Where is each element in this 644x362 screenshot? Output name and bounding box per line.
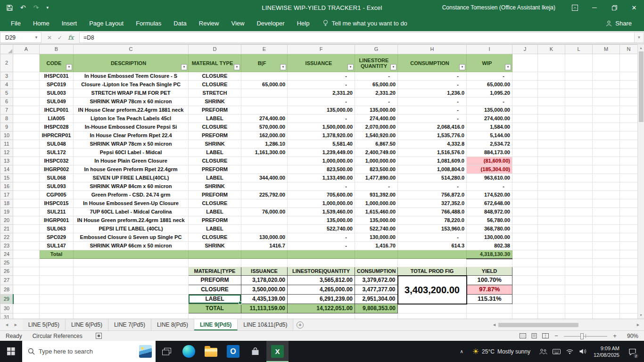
cell-N8[interactable]: [620, 115, 638, 123]
cell-J27[interactable]: [512, 276, 538, 285]
cell-D23[interactable]: SHRINK: [189, 242, 241, 250]
cell-F18[interactable]: 1,000,000.00: [288, 199, 355, 208]
cell-B16[interactable]: SUL093: [40, 182, 74, 191]
cell-B21[interactable]: SUL063: [40, 225, 74, 233]
cell-I19[interactable]: 848,972.00: [467, 208, 512, 216]
close-button[interactable]: ✕: [624, 0, 644, 15]
cell-D9[interactable]: CLOSURE: [189, 123, 241, 132]
cell-N28[interactable]: [620, 285, 638, 295]
horizontal-scrollbar-thumb[interactable]: [498, 323, 578, 327]
cell-J10[interactable]: [512, 132, 538, 140]
cell-I28[interactable]: 97.87%: [467, 285, 512, 295]
cell-A26[interactable]: [13, 267, 40, 276]
cell-G19[interactable]: 1,615,460.00: [355, 208, 398, 216]
cell-N30[interactable]: [620, 304, 638, 313]
cell-I12[interactable]: 884,173.00: [467, 148, 512, 157]
row-header-16[interactable]: 16: [0, 182, 13, 191]
cell-M23[interactable]: [593, 242, 620, 250]
ribbon-tab-help[interactable]: Help: [291, 15, 316, 31]
cell-F28[interactable]: 4,265,000.00: [288, 285, 355, 295]
cell-E19[interactable]: 76,000.00: [241, 208, 288, 216]
cell-D14[interactable]: PREFORM: [189, 165, 241, 174]
sheet-tab-line-7-pd5[interactable]: LINE 7(Pd5): [108, 319, 151, 330]
cell-M14[interactable]: [593, 165, 620, 174]
row-header-14[interactable]: 14: [0, 165, 13, 174]
cell-H4[interactable]: -: [398, 81, 467, 89]
scroll-up-icon[interactable]: ▲: [638, 44, 644, 51]
cell-D10[interactable]: PREFORM: [189, 132, 241, 140]
cell-I15[interactable]: 963,610.00: [467, 174, 512, 182]
cell-J3[interactable]: [512, 72, 538, 81]
cell-H16[interactable]: -: [398, 182, 467, 191]
column-header-H[interactable]: H: [398, 45, 467, 54]
cell-G25[interactable]: [355, 259, 398, 267]
cell-A6[interactable]: [13, 98, 40, 106]
cell-K7[interactable]: [538, 106, 565, 115]
cell-G18[interactable]: 1,000,000.00: [355, 199, 398, 208]
cell-F22[interactable]: -: [288, 233, 355, 242]
cell-J28[interactable]: [512, 285, 538, 295]
cell-I13[interactable]: (81,609.00): [467, 157, 512, 165]
cell-J8[interactable]: [512, 115, 538, 123]
cell-B11[interactable]: SUL048: [40, 140, 74, 148]
cell-D17[interactable]: PREFORM: [189, 191, 241, 199]
cell-I30[interactable]: [467, 304, 512, 313]
cell-K20[interactable]: [538, 216, 565, 225]
ribbon-tab-review[interactable]: Review: [193, 15, 225, 31]
row-header-11[interactable]: 11: [0, 140, 13, 148]
cell-J6[interactable]: [512, 98, 538, 106]
cell-B27[interactable]: [40, 276, 74, 285]
cell-K27[interactable]: [538, 276, 565, 285]
customize-qat-icon[interactable]: ▾: [46, 6, 49, 10]
cell-K30[interactable]: [538, 304, 565, 313]
cell-H23[interactable]: 614.3: [398, 242, 467, 250]
status-circular-references[interactable]: Circular References: [33, 333, 83, 339]
cell-G12[interactable]: 2,400,749.00: [355, 148, 398, 157]
cell-M28[interactable]: [593, 285, 620, 295]
cell-K26[interactable]: [538, 267, 565, 276]
cell-A16[interactable]: [13, 182, 40, 191]
cell-A22[interactable]: [13, 233, 40, 242]
search-highlights-icon[interactable]: [139, 345, 152, 358]
cell-D8[interactable]: LABEL: [189, 115, 241, 123]
row-header-18[interactable]: 18: [0, 199, 13, 208]
ribbon-tab-insert[interactable]: Insert: [56, 15, 83, 31]
cell-F6[interactable]: -: [288, 98, 355, 106]
row-header-12[interactable]: 12: [0, 148, 13, 157]
cell-G22[interactable]: 130,000.00: [355, 233, 398, 242]
sheet-tab-line-10-11-pd5[interactable]: LINE 10&11(Pd5): [238, 319, 293, 330]
horizontal-scrollbar[interactable]: ◄ ►: [488, 319, 644, 330]
ribbon-tab-formulas[interactable]: Formulas: [130, 15, 167, 31]
cell-N6[interactable]: [620, 98, 638, 106]
cell-L20[interactable]: [565, 216, 593, 225]
cell-N7[interactable]: [620, 106, 638, 115]
cell-J24[interactable]: [512, 250, 538, 259]
cell-N14[interactable]: [620, 165, 638, 174]
cell-D29[interactable]: LABEL: [189, 295, 241, 304]
cell-K21[interactable]: [538, 225, 565, 233]
cell-G28[interactable]: 3,477,377.00: [355, 285, 398, 295]
cell-D11[interactable]: SHRINK: [189, 140, 241, 148]
zoom-slider[interactable]: [564, 333, 607, 339]
cell-G10[interactable]: 1,540,920.00: [355, 132, 398, 140]
cell-K15[interactable]: [538, 174, 565, 182]
cell-B28[interactable]: [40, 285, 74, 295]
cell-N25[interactable]: [620, 259, 638, 267]
cell-I22[interactable]: 130,000.00: [467, 233, 512, 242]
cell-A7[interactable]: [13, 106, 40, 115]
cell-J17[interactable]: [512, 191, 538, 199]
row-header-21[interactable]: 21: [0, 225, 13, 233]
cell-E30[interactable]: 11,113,159.00: [241, 304, 288, 313]
cell-L22[interactable]: [565, 233, 593, 242]
redo-icon[interactable]: ↷: [33, 4, 39, 11]
row-header-9[interactable]: 9: [0, 123, 13, 132]
cell-C31[interactable]: [74, 313, 189, 319]
cell-K13[interactable]: [538, 157, 565, 165]
row-header-20[interactable]: 20: [0, 216, 13, 225]
cell-C27[interactable]: [74, 276, 189, 285]
cell-J26[interactable]: [512, 267, 538, 276]
taskbar-search[interactable]: [22, 341, 156, 362]
cell-N22[interactable]: [620, 233, 638, 242]
cell-I14[interactable]: (185,304.00): [467, 165, 512, 174]
undo-icon[interactable]: ↶: [20, 4, 26, 11]
